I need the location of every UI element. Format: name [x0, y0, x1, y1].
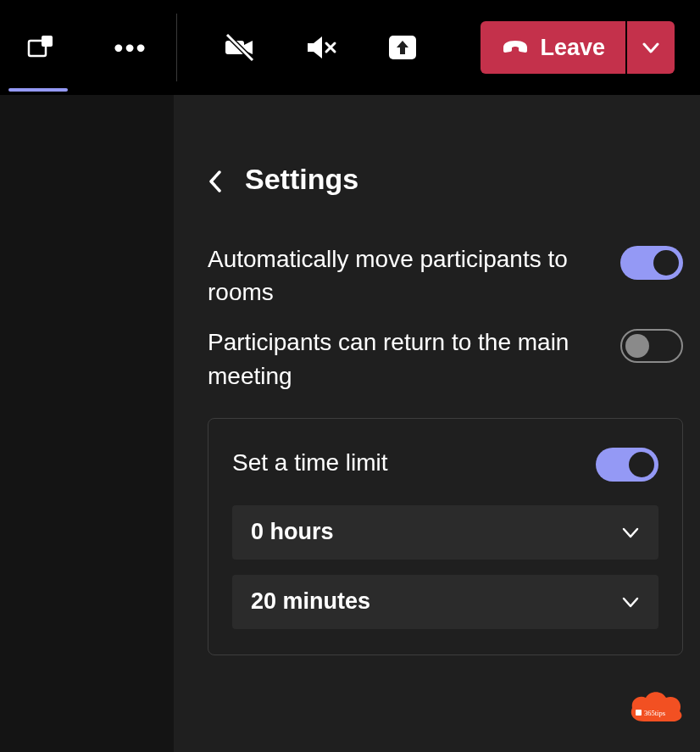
leave-label: Leave: [540, 35, 605, 61]
auto-move-label: Automatically move participants to rooms: [208, 242, 572, 309]
svg-rect-7: [636, 710, 642, 716]
settings-title: Settings: [245, 163, 358, 196]
return-to-main-row: Participants can return to the main meet…: [208, 326, 683, 392]
time-limit-header: Set a time limit: [232, 444, 658, 482]
minutes-value: 20 minutes: [251, 588, 370, 615]
settings-panel: Settings Automatically move participants…: [174, 95, 700, 752]
share-up-arrow-icon: [386, 31, 419, 64]
meeting-toolbar: •••: [0, 0, 700, 95]
main-area: Settings Automatically move participants…: [0, 95, 700, 752]
svg-rect-1: [42, 36, 53, 47]
auto-move-toggle[interactable]: [620, 246, 683, 280]
leave-button[interactable]: Leave: [481, 21, 625, 74]
hours-dropdown[interactable]: 0 hours: [232, 505, 658, 560]
return-to-main-toggle[interactable]: [620, 329, 683, 363]
camera-toggle-button[interactable]: [216, 24, 264, 71]
return-to-main-label: Participants can return to the main meet…: [208, 326, 572, 392]
leave-options-button[interactable]: [627, 21, 675, 74]
more-actions-button[interactable]: •••: [107, 24, 154, 71]
chevron-down-icon: [621, 593, 640, 611]
speaker-muted-icon: [304, 31, 338, 64]
breakout-rooms-icon: [27, 34, 54, 61]
cloud-badge-icon: 365tips: [627, 688, 685, 728]
more-dots-icon: •••: [114, 32, 147, 64]
share-screen-button[interactable]: [379, 24, 426, 71]
speaker-toggle-button[interactable]: [297, 24, 345, 71]
back-button[interactable]: [208, 170, 228, 190]
time-limit-label: Set a time limit: [232, 449, 388, 476]
auto-move-participants-row: Automatically move participants to rooms: [208, 242, 683, 309]
hangup-icon: [501, 33, 530, 62]
left-sidebar: [0, 95, 174, 752]
chevron-down-icon: [621, 523, 640, 542]
camera-off-icon: [223, 31, 257, 64]
chevron-left-icon: [208, 170, 223, 193]
toolbar-media-controls: [216, 24, 426, 71]
minutes-dropdown[interactable]: 20 minutes: [232, 575, 658, 629]
chevron-down-icon: [642, 38, 660, 57]
toolbar-divider: [176, 14, 177, 81]
settings-header: Settings: [208, 163, 683, 196]
365tips-watermark: 365tips: [627, 688, 685, 728]
active-tab-indicator: [8, 88, 68, 92]
time-limit-card: Set a time limit 0 hours 20 minutes: [208, 418, 683, 655]
svg-text:365tips: 365tips: [644, 709, 665, 717]
toolbar-left-group: •••: [17, 0, 154, 95]
breakout-rooms-button[interactable]: [17, 24, 64, 71]
leave-button-group: Leave: [481, 21, 675, 74]
hours-value: 0 hours: [251, 519, 334, 545]
time-limit-toggle[interactable]: [596, 448, 658, 482]
